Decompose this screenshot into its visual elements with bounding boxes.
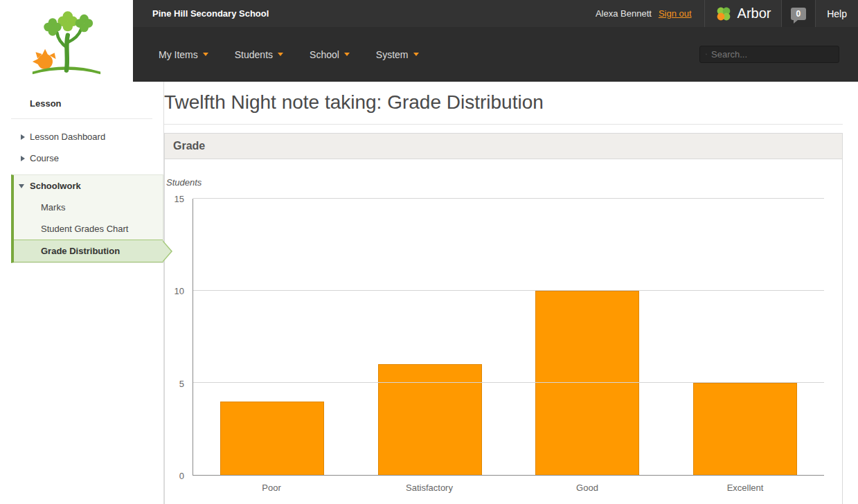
sidebar-item-student-grades-chart[interactable]: Student Grades Chart (14, 218, 163, 240)
sidebar-item-label: Marks (41, 202, 65, 213)
arbor-brand-button[interactable]: Arbor (704, 0, 781, 27)
gridline (193, 290, 824, 291)
sidebar-item-marks[interactable]: Marks (14, 197, 163, 218)
nav-school[interactable]: School (310, 49, 350, 60)
chevron-down-icon (203, 53, 208, 56)
brand-label: Arbor (738, 6, 771, 21)
arbor-clover-icon (715, 5, 733, 23)
nav-system-label: System (376, 49, 409, 60)
sidebar-title: Lesson (30, 98, 152, 109)
bar-satisfactory[interactable] (378, 364, 482, 475)
gridline (193, 198, 824, 199)
bar-slot (193, 199, 351, 475)
nav-students-label: Students (235, 49, 273, 60)
main-nav: My Items Students School System (159, 49, 419, 60)
nav-school-label: School (310, 49, 339, 60)
nav-system[interactable]: System (376, 49, 419, 60)
y-axis-title: Students (166, 177, 824, 188)
sidebar-group-schoolwork: Schoolwork Marks Student Grades Chart Gr… (11, 174, 163, 263)
divider (164, 124, 843, 125)
chevron-down-icon (344, 53, 350, 56)
user-name: Alexa Bennett (596, 8, 652, 19)
search-input[interactable] (711, 49, 833, 60)
y-tick-label: 15 (175, 194, 184, 204)
sidebar-item-label: Course (30, 153, 59, 163)
help-button[interactable]: Help (815, 0, 858, 27)
y-tick-label: 0 (179, 471, 184, 481)
chart-x-labels: PoorSatisfactoryGoodExcellent (193, 476, 824, 493)
chart-wrap: 051015 (166, 199, 824, 476)
chart-plot (193, 199, 824, 476)
chevron-right-icon (21, 134, 25, 140)
x-axis-label: Satisfactory (350, 483, 508, 493)
y-tick-label: 5 (179, 378, 184, 388)
bar-poor[interactable] (220, 402, 324, 475)
x-axis-label: Good (508, 483, 666, 493)
chevron-down-icon (19, 184, 24, 188)
sidebar-item-label: Grade Distribution (41, 246, 120, 256)
sidebar: Lesson Lesson Dashboard Course Schoolwor… (0, 82, 164, 504)
notifications-button[interactable]: 0 (781, 0, 816, 27)
sun-icon (33, 49, 56, 69)
sign-out-link[interactable]: Sign out (659, 8, 692, 19)
x-axis-label: Poor (193, 483, 350, 493)
sidebar-item-label: Student Grades Chart (41, 224, 128, 234)
sidebar-item-label: Lesson Dashboard (30, 132, 105, 142)
topbar-right: Alexa Bennett Sign out Arbor 0 Help (596, 0, 858, 27)
bar-slot (666, 199, 824, 475)
chevron-down-icon (413, 53, 419, 56)
divider (11, 118, 152, 119)
school-name: Pine Hill Secondary School (152, 8, 269, 19)
main-content: Twelfth Night note taking: Grade Distrib… (164, 82, 858, 504)
sidebar-item-label: Schoolwork (30, 181, 81, 191)
sidebar-item-schoolwork[interactable]: Schoolwork (14, 175, 163, 197)
sidebar-item-grade-distribution[interactable]: Grade Distribution (14, 240, 163, 262)
panel-header: Grade (165, 134, 842, 159)
notification-badge: 0 (791, 8, 807, 20)
page-title: Twelfth Night note taking: Grade Distrib… (164, 91, 843, 114)
sidebar-item-lesson-dashboard[interactable]: Lesson Dashboard (0, 126, 163, 147)
search-box[interactable] (699, 46, 839, 63)
nav-students[interactable]: Students (235, 49, 283, 60)
y-tick-label: 10 (175, 286, 184, 296)
bar-slot (509, 199, 667, 475)
gridline (193, 382, 824, 383)
bar-slot (351, 199, 509, 475)
x-axis-label: Excellent (666, 483, 824, 493)
grade-distribution-chart: Students 051015 PoorSatisfactoryGoodExce… (165, 159, 842, 493)
grade-panel: Grade Students 051015 PoorSatisfactoryGo… (164, 133, 843, 504)
search-icon (706, 50, 707, 59)
tree-icon (28, 6, 105, 75)
chevron-down-icon (278, 53, 283, 56)
sidebar-item-course[interactable]: Course (0, 147, 163, 169)
nav-my-items-label: My Items (159, 49, 198, 60)
app-window: Pine Hill Secondary School Alexa Bennett… (0, 0, 858, 504)
arbor-tree-logo[interactable] (0, 0, 133, 82)
nav-my-items[interactable]: My Items (159, 49, 208, 60)
chevron-right-icon (21, 156, 25, 161)
bar-excellent[interactable] (693, 383, 797, 475)
